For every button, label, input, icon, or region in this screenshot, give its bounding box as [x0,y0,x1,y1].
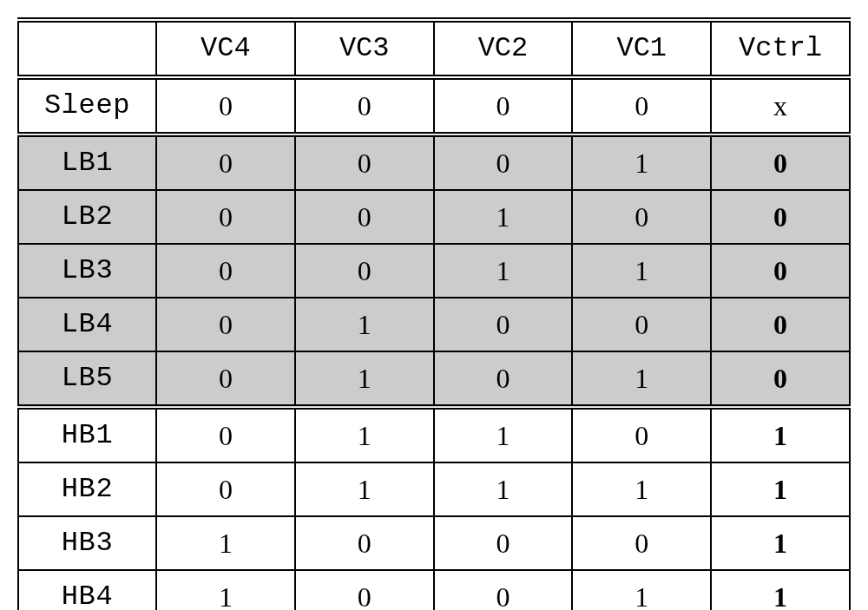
cell: 0 [156,462,295,516]
table-row: HB4 1 0 0 1 1 [18,570,850,610]
cell: 1 [434,244,573,298]
cell-vctrl: 0 [711,134,850,190]
cell: 1 [572,462,711,516]
table-row: LB3 0 0 1 1 0 [18,244,850,298]
cell-vctrl: 0 [711,298,850,351]
cell: 0 [156,244,295,298]
table-row: HB2 0 1 1 1 1 [18,462,850,516]
table-row: HB3 1 0 0 0 1 [18,516,850,570]
cell: 0 [434,570,573,610]
cell: 0 [295,190,434,244]
row-label-lb3: LB3 [18,244,156,298]
row-label-hb4: HB4 [18,570,156,610]
cell: 0 [434,351,573,407]
cell-vctrl: 0 [711,351,850,407]
row-label-sleep: Sleep [18,77,156,134]
table-row: LB5 0 1 0 1 0 [18,351,850,407]
table-header-row: VC4 VC3 VC2 VC1 Vctrl [18,20,850,77]
cell: 0 [434,77,573,134]
header-vc2: VC2 [434,20,573,77]
cell-vctrl: 1 [711,407,850,462]
cell: 1 [295,351,434,407]
cell: 0 [156,298,295,351]
cell: 1 [572,244,711,298]
cell: 0 [572,516,711,570]
cell: 0 [156,407,295,462]
cell: 0 [295,516,434,570]
cell: 1 [156,516,295,570]
cell: 0 [572,407,711,462]
cell-vctrl: 0 [711,190,850,244]
cell: 1 [434,462,573,516]
cell: 1 [572,570,711,610]
cell: 0 [434,298,573,351]
row-label-lb4: LB4 [18,298,156,351]
header-vc3: VC3 [295,20,434,77]
cell: 0 [295,570,434,610]
header-vc4: VC4 [156,20,295,77]
cell: 0 [572,77,711,134]
cell-vctrl: 1 [711,570,850,610]
row-label-hb2: HB2 [18,462,156,516]
table-row: LB2 0 0 1 0 0 [18,190,850,244]
cell: 0 [572,298,711,351]
cell: 1 [572,134,711,190]
cell-vctrl: 1 [711,462,850,516]
cell: 0 [156,134,295,190]
cell: 1 [295,462,434,516]
table-row: HB1 0 1 1 0 1 [18,407,850,462]
cell: 1 [572,351,711,407]
cell: 0 [156,351,295,407]
row-label-hb1: HB1 [18,407,156,462]
cell: 1 [434,407,573,462]
cell: 0 [434,134,573,190]
cell: 0 [156,190,295,244]
cell: 0 [295,244,434,298]
cell: 0 [156,77,295,134]
cell: x [711,77,850,134]
cell-vctrl: 1 [711,516,850,570]
cell: 1 [434,190,573,244]
header-vctrl: Vctrl [711,20,850,77]
table-row: Sleep 0 0 0 0 x [18,77,850,134]
row-label-lb1: LB1 [18,134,156,190]
truth-table: VC4 VC3 VC2 VC1 Vctrl Sleep 0 0 0 0 x LB… [17,17,851,610]
cell: 1 [156,570,295,610]
row-label-lb5: LB5 [18,351,156,407]
cell: 0 [572,190,711,244]
table-row: LB1 0 0 0 1 0 [18,134,850,190]
header-blank [18,20,156,77]
cell: 0 [295,134,434,190]
cell: 1 [295,407,434,462]
row-label-lb2: LB2 [18,190,156,244]
row-label-hb3: HB3 [18,516,156,570]
table-row: LB4 0 1 0 0 0 [18,298,850,351]
cell: 0 [295,77,434,134]
cell: 0 [434,516,573,570]
header-vc1: VC1 [572,20,711,77]
cell: 1 [295,298,434,351]
cell-vctrl: 0 [711,244,850,298]
table: VC4 VC3 VC2 VC1 Vctrl Sleep 0 0 0 0 x LB… [17,17,851,610]
